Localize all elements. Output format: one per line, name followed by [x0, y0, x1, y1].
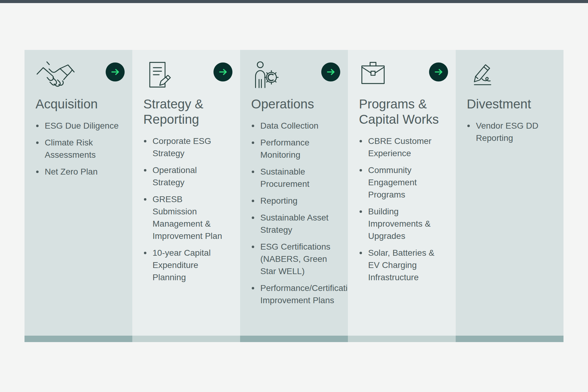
top-accent-bar	[0, 0, 588, 3]
column-strategy-reporting: Strategy & Reporting Corporate ESG Strat…	[132, 50, 240, 342]
list-item: Performance Monitoring	[251, 137, 337, 161]
column-header	[251, 61, 337, 96]
list-item: Performance/Certification Improvement Pl…	[251, 282, 337, 307]
arrow-right-icon	[218, 67, 228, 77]
list-item: ESG Due Diligence	[36, 120, 121, 132]
arrow-right-icon	[110, 67, 120, 77]
next-arrow-button[interactable]	[429, 62, 448, 81]
column-title: Divestment	[467, 96, 552, 112]
column-footer-strip	[132, 336, 240, 342]
column-header	[36, 61, 121, 96]
list-item: Reporting	[251, 195, 337, 207]
list-item: Building Improvements & Upgrades	[359, 205, 445, 242]
next-arrow-button[interactable]	[106, 62, 125, 81]
next-arrow-button[interactable]	[321, 62, 340, 81]
list-item: Community Engagement Programs	[359, 164, 445, 201]
column-header	[359, 61, 445, 96]
column-title: Acquisition	[36, 96, 121, 112]
column-operations: Operations Data Collection Performance M…	[240, 50, 348, 342]
list-item: Sustainable Asset Strategy	[251, 212, 337, 236]
column-items: Data Collection Performance Monitoring S…	[251, 120, 337, 307]
column-title: Operations	[251, 96, 337, 112]
next-arrow-button[interactable]	[213, 62, 232, 81]
list-item: Net Zero Plan	[36, 166, 121, 178]
list-item: Solar, Batteries & EV Charging Infrastru…	[359, 247, 445, 284]
list-item: Vendor ESG DD Reporting	[467, 120, 552, 144]
column-items: Vendor ESG DD Reporting	[467, 120, 552, 144]
list-item: Data Collection	[251, 120, 337, 132]
list-item: Operational Strategy	[143, 164, 229, 189]
pencil-signature-icon	[467, 61, 552, 90]
list-item: Corporate ESG Strategy	[143, 135, 229, 160]
column-header	[143, 61, 229, 96]
arrow-right-icon	[326, 67, 336, 77]
column-items: Corporate ESG Strategy Operational Strat…	[143, 135, 229, 284]
column-footer-strip	[456, 336, 564, 342]
column-footer-strip	[240, 336, 348, 342]
column-footer-strip	[348, 336, 456, 342]
column-title: Strategy & Reporting	[143, 96, 229, 127]
list-item: Sustainable Procurement	[251, 166, 337, 190]
column-items: ESG Due Diligence Climate Risk Assessmen…	[36, 120, 121, 178]
column-footer-strip	[24, 336, 132, 342]
list-item: CBRE Customer Experience	[359, 135, 445, 160]
list-item: ESG Certifications (NABERS, Green Star W…	[251, 241, 337, 277]
list-item: GRESB Submission Management & Improvemen…	[143, 193, 229, 242]
process-columns: Acquisition ESG Due Diligence Climate Ri…	[24, 50, 564, 342]
column-title: Programs & Capital Works	[359, 96, 445, 127]
arrow-right-icon	[433, 67, 444, 77]
list-item: Climate Risk Assessments	[36, 137, 121, 161]
column-divestment: Divestment Vendor ESG DD Reporting	[456, 50, 564, 342]
column-acquisition: Acquisition ESG Due Diligence Climate Ri…	[24, 50, 132, 342]
column-programs-capital-works: Programs & Capital Works CBRE Customer E…	[348, 50, 456, 342]
column-header	[467, 61, 552, 96]
column-items: CBRE Customer Experience Community Engag…	[359, 135, 445, 284]
list-item: 10-year Capital Expenditure Planning	[143, 247, 229, 284]
